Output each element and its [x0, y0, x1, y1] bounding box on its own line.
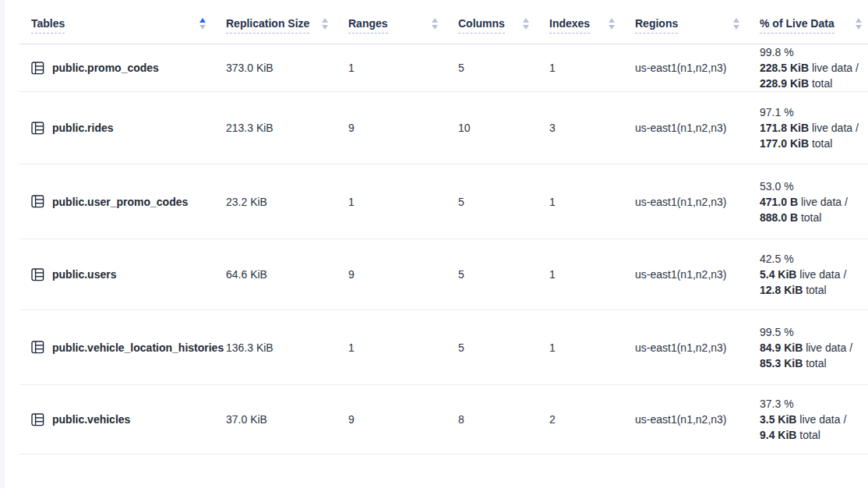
column-header-ranges[interactable]: Ranges [348, 17, 458, 34]
table-row: public.promo_codes 373.0 KiB 1 5 1 us-ea… [19, 44, 868, 92]
regions-cell: us-east1(n1,n2,n3) [635, 341, 760, 354]
table-name-link[interactable]: public.rides [52, 122, 114, 134]
sort-caret-icon[interactable] [322, 18, 328, 33]
columns-cell: 5 [458, 268, 549, 281]
column-header-replication-size[interactable]: Replication Size [226, 17, 348, 34]
column-header-label: Tables [31, 17, 65, 34]
replication-size-cell: 23.2 KiB [226, 196, 348, 208]
column-header-label: % of Live Data [760, 17, 834, 34]
indexes-cell: 2 [549, 413, 635, 426]
sort-caret-icon[interactable] [199, 18, 206, 33]
column-header-label: Regions [635, 17, 678, 34]
tables-table: Tables Replication Size Ranges Columns I… [19, 0, 868, 454]
live-data-size-line: 171.8 KiB live data / [760, 120, 868, 136]
live-data-cell: 37.3 % 3.5 KiB live data / 9.4 KiB total [760, 396, 868, 443]
page-background-strip [0, 0, 5, 488]
total-data-size-line: 12.8 KiB total [760, 282, 868, 298]
sort-caret-icon[interactable] [856, 18, 862, 33]
column-header-columns[interactable]: Columns [458, 17, 549, 34]
regions-cell: us-east1(n1,n2,n3) [635, 268, 760, 281]
table-grid-icon [31, 413, 44, 426]
columns-cell: 8 [458, 413, 549, 426]
replication-size-cell: 37.0 KiB [226, 413, 348, 426]
table-name-cell: public.users [31, 268, 226, 281]
indexes-cell: 1 [549, 62, 635, 74]
column-header-indexes[interactable]: Indexes [549, 17, 635, 34]
column-header-label: Indexes [549, 17, 590, 34]
table-grid-icon [31, 268, 44, 281]
total-data-size-line: 9.4 KiB total [760, 427, 868, 443]
live-data-percent: 99.5 % [760, 324, 868, 340]
live-data-size-line: 471.0 B live data / [760, 194, 868, 210]
indexes-cell: 1 [549, 196, 635, 208]
table-row: public.users 64.6 KiB 9 5 1 us-east1(n1,… [19, 239, 868, 310]
column-header-label: Ranges [348, 17, 388, 34]
indexes-cell: 1 [549, 268, 635, 281]
ranges-cell: 9 [348, 268, 458, 281]
columns-cell: 5 [458, 341, 549, 354]
table-name-cell: public.user_promo_codes [31, 195, 226, 208]
table-name-link[interactable]: public.vehicle_location_histories [52, 341, 224, 354]
table-name-link[interactable]: public.vehicles [52, 413, 130, 426]
replication-size-cell: 64.6 KiB [226, 268, 348, 281]
table-grid-icon [31, 195, 44, 208]
replication-size-cell: 373.0 KiB [226, 62, 348, 74]
table-row: public.vehicle_location_histories 136.3 … [19, 310, 868, 385]
total-data-size-line: 85.3 KiB total [760, 355, 868, 371]
live-data-percent: 53.0 % [760, 179, 868, 194]
live-data-cell: 99.5 % 84.9 KiB live data / 85.3 KiB tot… [760, 324, 868, 371]
table-name-link[interactable]: public.promo_codes [52, 62, 159, 74]
table-grid-icon [31, 62, 44, 75]
sort-caret-icon[interactable] [733, 18, 739, 33]
live-data-cell: 42.5 % 5.4 KiB live data / 12.8 KiB tota… [760, 251, 868, 298]
table-row: public.user_promo_codes 23.2 KiB 1 5 1 u… [19, 164, 868, 239]
sort-caret-icon[interactable] [609, 18, 615, 33]
column-header-label: Replication Size [226, 17, 309, 34]
live-data-percent: 42.5 % [760, 251, 868, 267]
regions-cell: us-east1(n1,n2,n3) [635, 62, 760, 74]
table-name-link[interactable]: public.user_promo_codes [52, 196, 188, 208]
regions-cell: us-east1(n1,n2,n3) [635, 196, 760, 208]
ranges-cell: 1 [348, 196, 458, 208]
total-data-size-line: 177.0 KiB total [760, 136, 868, 151]
ranges-cell: 9 [348, 413, 458, 426]
indexes-cell: 1 [549, 341, 635, 354]
column-header-regions[interactable]: Regions [635, 17, 760, 34]
table-header-row: Tables Replication Size Ranges Columns I… [19, 0, 868, 44]
table-name-cell: public.promo_codes [31, 62, 226, 75]
ranges-cell: 1 [348, 62, 458, 74]
columns-cell: 5 [458, 62, 549, 74]
live-data-cell: 97.1 % 171.8 KiB live data / 177.0 KiB t… [760, 104, 868, 151]
sort-caret-icon[interactable] [523, 18, 529, 33]
columns-cell: 5 [458, 196, 549, 208]
regions-cell: us-east1(n1,n2,n3) [635, 413, 760, 426]
table-row: public.rides 213.3 KiB 9 10 3 us-east1(n… [19, 92, 868, 164]
ranges-cell: 1 [348, 341, 458, 354]
ranges-cell: 9 [348, 122, 458, 134]
column-header-label: Columns [458, 17, 505, 34]
column-header-live-data[interactable]: % of Live Data [760, 17, 868, 34]
live-data-size-line: 84.9 KiB live data / [760, 340, 868, 355]
live-data-cell: 99.8 % 228.5 KiB live data / 228.9 KiB t… [760, 44, 868, 91]
columns-cell: 10 [458, 122, 549, 134]
live-data-percent: 97.1 % [760, 104, 868, 120]
replication-size-cell: 213.3 KiB [226, 122, 348, 134]
table-name-cell: public.vehicle_location_histories [31, 341, 226, 354]
regions-cell: us-east1(n1,n2,n3) [635, 122, 760, 134]
live-data-size-line: 3.5 KiB live data / [760, 412, 868, 427]
table-row: public.vehicles 37.0 KiB 9 8 2 us-east1(… [19, 385, 868, 454]
live-data-percent: 37.3 % [760, 396, 868, 412]
column-header-tables[interactable]: Tables [31, 17, 226, 34]
replication-size-cell: 136.3 KiB [226, 341, 348, 354]
table-name-link[interactable]: public.users [52, 268, 116, 281]
live-data-percent: 99.8 % [760, 44, 868, 60]
live-data-size-line: 5.4 KiB live data / [760, 267, 868, 282]
table-grid-icon [31, 122, 44, 135]
table-grid-icon [31, 341, 44, 354]
live-data-cell: 53.0 % 471.0 B live data / 888.0 B total [760, 179, 868, 225]
table-name-cell: public.vehicles [31, 413, 226, 426]
indexes-cell: 3 [549, 122, 635, 134]
sort-caret-icon[interactable] [432, 18, 438, 33]
table-name-cell: public.rides [31, 122, 226, 135]
live-data-size-line: 228.5 KiB live data / [760, 60, 868, 76]
